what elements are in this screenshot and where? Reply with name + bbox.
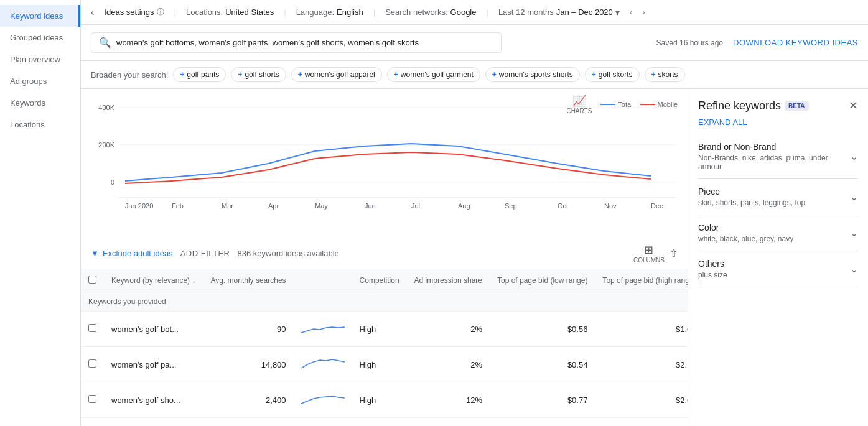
svg-text:Nov: Nov <box>604 202 617 210</box>
svg-text:Jun: Jun <box>365 202 376 210</box>
search-box[interactable]: 🔍 <box>91 32 502 53</box>
sidebar: Keyword ideas Grouped ideas Plan overvie… <box>0 0 81 426</box>
piece-section-header[interactable]: Piece skirt, shorts, pants, leggings, to… <box>698 187 858 207</box>
others-section-header[interactable]: Others plus size ⌄ <box>698 259 858 279</box>
competition-cell: High <box>352 312 407 347</box>
keyword-cell: women's golf sho... <box>104 382 203 418</box>
others-chevron-icon: ⌄ <box>850 263 858 275</box>
plus-icon: + <box>180 70 184 79</box>
svg-text:Sep: Sep <box>505 202 517 210</box>
keyword-cell: women's golf bot... <box>104 312 203 347</box>
topbar: ‹ Ideas settings ⓘ | Locations: United S… <box>81 0 868 25</box>
left-content: 📈 CHARTS Total Mobile <box>81 89 688 426</box>
date-prev-button[interactable]: ‹ <box>630 7 632 17</box>
exclude-adult-ideas-button[interactable]: Exclude adult ideas <box>103 249 173 258</box>
avg-monthly-header: Avg. monthly searches <box>203 269 293 292</box>
date-dropdown-icon[interactable]: ▾ <box>615 7 620 17</box>
keyword-table: Keyword (by relevance) ↓ Avg. monthly se… <box>81 269 688 426</box>
main-chart: 400K 200K 0 Jan 2020 Feb Mar Apr May Jun… <box>91 101 676 220</box>
panel-title: Refine keywords <box>698 100 781 113</box>
top-bid-high-header: Top of page bid (high range) <box>595 269 688 292</box>
others-section-subtitle: plus size <box>698 271 727 279</box>
charts-icon[interactable]: 📈 <box>572 94 586 108</box>
row-checkbox[interactable] <box>88 324 96 332</box>
plus-icon: + <box>651 70 656 79</box>
date-range-setting[interactable]: Last 12 months Jan – Dec 2020 ▾ <box>498 7 620 17</box>
competition-header: Competition <box>352 269 407 292</box>
broaden-chip-womens-golf-apparel[interactable]: + women's golf apparel <box>291 67 382 82</box>
panel-header: Refine keywords BETA ✕ <box>698 99 858 113</box>
piece-chevron-icon: ⌄ <box>850 191 858 203</box>
language-setting: Language: English <box>296 7 363 17</box>
broaden-chip-golf-skorts[interactable]: + golf skorts <box>585 67 640 82</box>
chart-area: 📈 CHARTS Total Mobile <box>81 89 688 238</box>
ideas-settings-info-icon[interactable]: ⓘ <box>157 7 164 17</box>
main-content: ‹ Ideas settings ⓘ | Locations: United S… <box>81 0 868 426</box>
collapse-button[interactable]: ⇧ <box>670 248 678 259</box>
download-button[interactable]: DOWNLOAD KEYWORD IDEAS <box>733 38 858 47</box>
network-setting: Search networks: Google <box>385 7 476 17</box>
keyword-cell: women's golf sko... <box>104 418 203 427</box>
brand-section-title: Brand or Non-Brand <box>698 142 850 152</box>
competition-cell: High <box>352 347 407 382</box>
svg-text:Mar: Mar <box>222 202 233 210</box>
keyword-header[interactable]: Keyword (by relevance) ↓ <box>104 269 203 292</box>
color-section-title: Color <box>698 223 793 233</box>
sidebar-item-plan-overview[interactable]: Plan overview <box>0 49 80 70</box>
sidebar-item-keywords[interactable]: Keywords <box>0 92 80 114</box>
broaden-chip-golf-shorts[interactable]: + golf shorts <box>231 67 286 82</box>
close-panel-button[interactable]: ✕ <box>849 99 858 113</box>
sidebar-item-ad-groups[interactable]: Ad groups <box>0 70 80 92</box>
color-section-header[interactable]: Color white, black, blue, grey, navy ⌄ <box>698 223 858 243</box>
broaden-search-area: Broaden your search: + golf pants + golf… <box>81 61 868 89</box>
legend-mobile: Mobile <box>640 101 678 108</box>
top-bid-low-cell: $0.72 <box>490 418 595 427</box>
svg-text:0: 0 <box>111 178 114 186</box>
beta-badge: BETA <box>785 101 808 111</box>
table-row: women's golf sho... 2,400 High 12% $0.77… <box>81 382 688 418</box>
color-chevron-icon: ⌄ <box>850 227 858 239</box>
row-checkbox[interactable] <box>88 395 96 403</box>
ideas-settings[interactable]: Ideas settings ⓘ <box>104 7 164 17</box>
avg-monthly-cell: 14,800 <box>203 347 293 382</box>
piece-section-title: Piece <box>698 187 805 197</box>
filter-icon: ▼ <box>91 249 99 258</box>
expand-all-button[interactable]: EXPAND ALL <box>698 118 858 127</box>
add-filter-button[interactable]: ADD FILTER <box>180 249 230 258</box>
collapse-sidebar-button[interactable]: ‹ <box>91 7 94 18</box>
trend-cell <box>294 312 352 347</box>
trend-cell <box>294 382 352 418</box>
sidebar-item-keyword-ideas[interactable]: Keyword ideas <box>0 5 80 27</box>
select-all-checkbox[interactable] <box>88 276 96 284</box>
brand-section-subtitle: Non-Brands, nike, adidas, puma, under ar… <box>698 154 850 171</box>
top-bid-low-cell: $0.54 <box>490 347 595 382</box>
search-meta: Saved 16 hours ago DOWNLOAD KEYWORD IDEA… <box>656 38 858 47</box>
content-area: 📈 CHARTS Total Mobile <box>81 89 868 426</box>
sidebar-item-locations[interactable]: Locations <box>0 114 80 136</box>
row-checkbox[interactable] <box>88 359 96 368</box>
sparkline-chart <box>301 354 345 373</box>
search-input[interactable] <box>116 38 490 47</box>
competition-cell: High <box>352 418 407 427</box>
broaden-chip-womens-golf-garment[interactable]: + women's golf garment <box>387 67 480 82</box>
search-icon: 🔍 <box>99 37 111 49</box>
svg-text:Apr: Apr <box>268 202 279 210</box>
svg-text:Aug: Aug <box>458 202 470 210</box>
brand-section-header[interactable]: Brand or Non-Brand Non-Brands, nike, adi… <box>698 142 858 171</box>
mobile-line-indicator <box>640 104 655 105</box>
columns-button[interactable]: ⊞ COLUMNS <box>633 243 665 264</box>
broaden-chip-womens-sports-shorts[interactable]: + women's sports shorts <box>485 67 580 82</box>
columns-icon: ⊞ <box>644 243 653 257</box>
table-row: women's golf pa... 14,800 High 2% $0.54 … <box>81 347 688 382</box>
ad-impression-cell: 2% <box>407 312 490 347</box>
svg-text:Jul: Jul <box>411 202 420 210</box>
color-section-subtitle: white, black, blue, grey, navy <box>698 234 793 243</box>
date-next-button[interactable]: › <box>642 7 645 17</box>
sidebar-item-grouped-ideas[interactable]: Grouped ideas <box>0 27 80 49</box>
broaden-chip-golf-pants[interactable]: + golf pants <box>173 67 226 82</box>
legend-total: Total <box>600 101 632 108</box>
sort-icon[interactable]: ↓ <box>192 276 195 285</box>
broaden-chip-skorts[interactable]: + skorts <box>645 67 685 82</box>
plus-icon: + <box>492 70 497 79</box>
table-row: women's golf bot... 90 High 2% $0.56 $1.… <box>81 312 688 347</box>
